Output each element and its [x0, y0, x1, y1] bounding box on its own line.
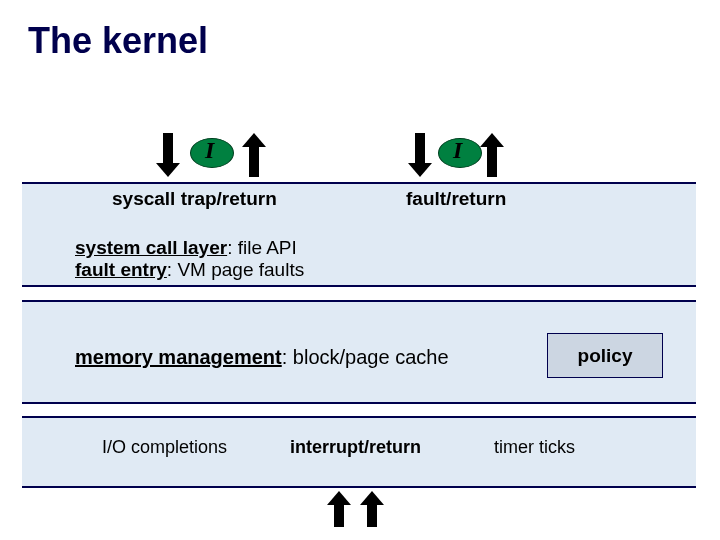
io-completions-label: I/O completions: [102, 437, 227, 458]
interrupt-return-label: interrupt/return: [290, 437, 421, 458]
slide-title: The kernel: [28, 20, 208, 62]
policy-box: policy: [547, 333, 663, 378]
fault-entry-rest: : VM page faults: [167, 259, 304, 280]
system-call-layer-prefix: system call layer: [75, 237, 227, 258]
ellipse-glyph-left: I: [205, 137, 214, 164]
memory-management-prefix: memory management: [75, 346, 282, 368]
fault-return-arrow-up: [480, 133, 504, 177]
interrupt-arrow-up-2: [360, 491, 384, 527]
policy-label: policy: [578, 345, 633, 367]
system-call-layer-line: system call layer: file API: [75, 237, 297, 259]
fault-entry-prefix: fault entry: [75, 259, 167, 280]
fault-entry-line: fault entry: VM page faults: [75, 259, 304, 281]
system-call-layer-rest: : file API: [227, 237, 297, 258]
timer-ticks-label: timer ticks: [494, 437, 575, 458]
fault-arrow-down: [408, 133, 432, 177]
syscall-return-arrow-up: [242, 133, 266, 177]
memory-management-rest: : block/page cache: [282, 346, 449, 368]
interrupt-arrow-up-1: [327, 491, 351, 527]
syscall-trap-arrow-down: [156, 133, 180, 177]
memory-management-line: memory management: block/page cache: [75, 346, 449, 369]
fault-return-label: fault/return: [406, 188, 506, 210]
syscall-trap-return-label: syscall trap/return: [112, 188, 277, 210]
ellipse-glyph-right: I: [453, 137, 462, 164]
